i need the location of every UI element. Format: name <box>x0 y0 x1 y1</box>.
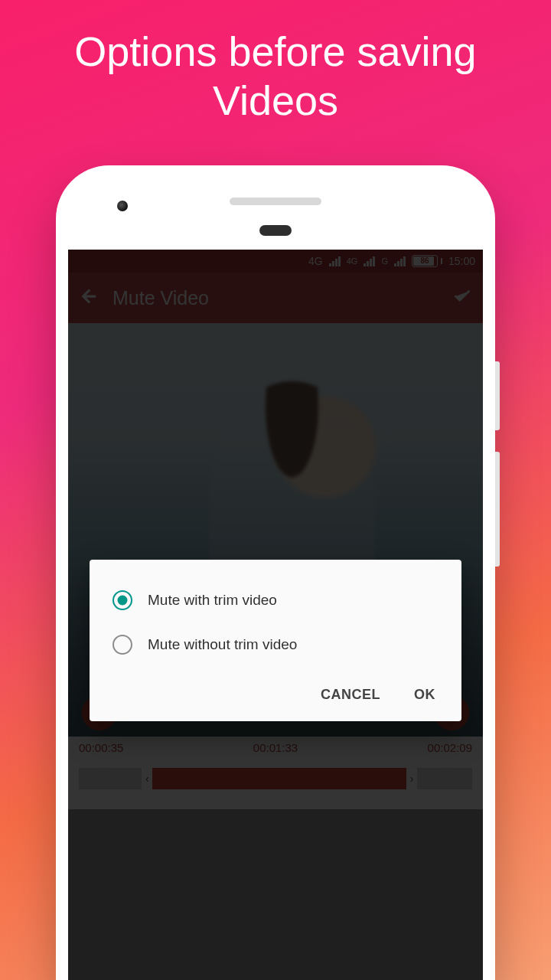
device-screen: 4G 4G G 86 15:00 <box>68 250 483 980</box>
option-1-label: Mute with trim video <box>148 592 277 609</box>
promo-title: Options before saving Videos <box>0 0 551 125</box>
promo-background: Options before saving Videos 4G 4G G <box>0 0 551 980</box>
phone-frame: 4G 4G G 86 15:00 <box>56 165 495 980</box>
ok-button[interactable]: OK <box>414 687 435 703</box>
radio-checked-icon[interactable] <box>112 590 132 610</box>
option-mute-without-trim[interactable]: Mute without trim video <box>90 627 461 676</box>
option-2-label: Mute without trim video <box>148 636 297 653</box>
promo-title-line1: Options before saving <box>74 28 476 74</box>
phone-side-button <box>495 452 500 567</box>
dialog-actions: CANCEL OK <box>90 676 461 714</box>
promo-title-line2: Videos <box>213 77 338 123</box>
proximity-sensor-icon <box>259 225 292 236</box>
speaker-grille-icon <box>230 198 321 205</box>
phone-bezel <box>56 165 495 250</box>
save-options-dialog: Mute with trim video Mute without trim v… <box>90 560 461 721</box>
front-camera-icon <box>117 201 128 211</box>
option-mute-with-trim[interactable]: Mute with trim video <box>90 581 461 627</box>
cancel-button[interactable]: CANCEL <box>321 687 380 703</box>
radio-unchecked-icon[interactable] <box>112 635 132 655</box>
